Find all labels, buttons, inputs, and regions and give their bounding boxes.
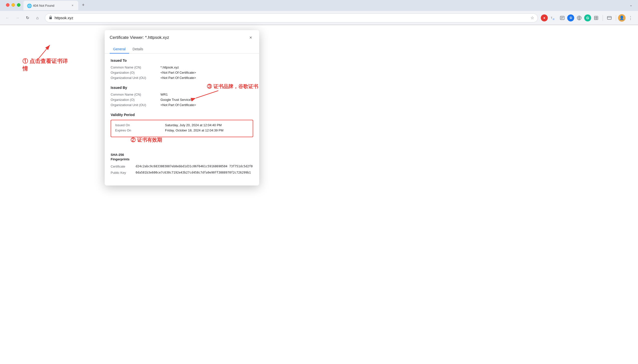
address-bar[interactable]: httpsok.xyz ☆	[45, 14, 538, 22]
window-close-button[interactable]	[6, 3, 10, 7]
pubkey-fingerprint-value: 0da581b3e600ce7c630c7192e43b27cd458c7dfa…	[136, 171, 253, 174]
issued-by-ou-value: <Not Part Of Certificate>	[160, 103, 253, 107]
svg-text:T: T	[551, 17, 552, 20]
tab-title: 404 Not Found	[33, 4, 68, 8]
issued-to-o-label: Organization (O)	[111, 71, 160, 74]
issued-to-o-value: <Not Part Of Certificate>	[160, 71, 253, 74]
tab-dropdown-button[interactable]: ⌄	[627, 1, 635, 9]
user-avatar[interactable]: 👤	[618, 14, 625, 22]
issued-to-ou-row: Organizational Unit (OU) <Not Part Of Ce…	[111, 76, 253, 80]
issued-by-o-label: Organization (O)	[111, 98, 160, 102]
issued-by-ou-row: Organizational Unit (OU) <Not Part Of Ce…	[111, 103, 253, 107]
browser-frame: 🌐 404 Not Found × + ⌄ ← → ↻ ⌂ httpsok.xy…	[0, 0, 638, 364]
cert-fingerprint-row: Certificate d24c2abc9c6833803887eb8ebbd1…	[111, 164, 253, 168]
tab-close-button[interactable]: ×	[70, 3, 75, 8]
tab-favicon-icon: 🌐	[27, 4, 31, 8]
tab-general[interactable]: General	[110, 45, 129, 54]
extension-icon[interactable]	[575, 14, 584, 22]
validity-title: Validity Period	[111, 113, 253, 117]
home-button[interactable]: ⌂	[33, 14, 42, 22]
grammarly-icon[interactable]: G	[584, 14, 591, 22]
issued-to-cn-value: *.httpsok.xyz	[160, 66, 253, 69]
forward-button[interactable]: →	[13, 14, 22, 22]
back-button[interactable]: ←	[3, 14, 12, 22]
issued-to-title: Issued To	[111, 58, 253, 62]
security-icon	[49, 16, 53, 20]
annotation-click-cert: ① 点击查看证书详情	[23, 40, 72, 66]
url-text: httpsok.xyz	[55, 16, 529, 20]
issued-by-section: Issued By Common Name (CN) WR1 Organizat…	[111, 86, 253, 107]
issued-by-ou-label: Organizational Unit (OU)	[111, 103, 160, 107]
issued-to-cn-row: Common Name (CN) *.httpsok.xyz	[111, 66, 253, 69]
dialog-close-button[interactable]: ×	[247, 34, 254, 41]
svg-rect-12	[596, 18, 598, 20]
cert-fingerprint-label: Certificate	[111, 164, 136, 168]
expires-on-label: Expires On	[115, 128, 165, 132]
toolbar-divider-2	[616, 15, 616, 21]
toolbar-right-icons: ● T 译 ①	[541, 14, 635, 22]
certificate-viewer-dialog: Certificate Viewer: *.httpsok.xyz × Gene…	[105, 30, 259, 186]
screenshot-icon[interactable]	[605, 14, 614, 22]
tab-details[interactable]: Details	[129, 45, 147, 54]
content-area: ① 点击查看证书详情 Certificate Viewer: *.httpsok…	[0, 25, 638, 364]
issued-to-ou-value: <Not Part Of Certificate>	[160, 76, 253, 80]
issued-on-label: Issued On	[115, 123, 165, 127]
dialog-body: Issued To Common Name (CN) *.httpsok.xyz…	[105, 54, 259, 186]
annotation-cert-brand: ③ 证书品牌，谷歌证书	[207, 83, 258, 90]
svg-text:译: 译	[552, 18, 554, 20]
fingerprints-section: SHA-256 Fingerprints Certificate d24c2ab…	[111, 152, 253, 174]
bookmark-icon[interactable]: ☆	[531, 16, 534, 20]
expires-on-value: Friday, October 18, 2024 at 12:04:39 PM	[165, 128, 249, 132]
toolbar: ← → ↻ ⌂ httpsok.xyz ☆ ● T 译	[0, 11, 638, 25]
svg-rect-11	[594, 18, 596, 20]
validity-section: Validity Period Issued On Saturday, July…	[111, 113, 253, 147]
issued-by-o-row: Organization (O) Google Trust Services	[111, 98, 253, 102]
window-maximize-button[interactable]	[17, 3, 21, 7]
svg-rect-9	[594, 16, 596, 18]
formfill-icon[interactable]	[558, 14, 567, 22]
cert-fingerprint-value: d24c2abc9c6833803887eb8ebbd1d31c06f6461c…	[136, 164, 253, 168]
translate-icon[interactable]: T 译	[548, 14, 557, 22]
opera-icon[interactable]: ●	[541, 14, 548, 22]
svg-rect-10	[596, 16, 598, 18]
validity-box: Issued On Saturday, July 20, 2024 at 12:…	[111, 120, 253, 137]
dialog-tabs: General Details	[105, 43, 259, 54]
onepassword-icon[interactable]: ①	[567, 14, 574, 22]
issued-to-ou-label: Organizational Unit (OU)	[111, 76, 160, 80]
issued-by-cn-label: Common Name (CN)	[111, 92, 160, 96]
annotation-validity-text: ② 证书有效期	[131, 137, 162, 144]
dialog-title: Certificate Viewer: *.httpsok.xyz	[110, 35, 169, 40]
window-controls	[3, 3, 24, 7]
sha-title-line2: Fingerprints	[111, 157, 130, 161]
svg-rect-13	[607, 16, 611, 20]
annotation-validity: ② 证书有效期	[111, 139, 253, 147]
toolbar-divider	[603, 15, 603, 21]
sha-title-line1: SHA-256	[111, 153, 124, 156]
annotation-click-cert-text: ① 点击查看证书详情	[23, 58, 72, 72]
extensions-button[interactable]	[592, 14, 601, 22]
issued-by-cn-row: Common Name (CN) WR1	[111, 92, 253, 96]
issued-on-row: Issued On Saturday, July 20, 2024 at 12:…	[115, 123, 249, 127]
active-tab[interactable]: 🌐 404 Not Found ×	[24, 1, 78, 10]
issued-to-section: Issued To Common Name (CN) *.httpsok.xyz…	[111, 58, 253, 80]
pubkey-fingerprint-row: Public Key 0da581b3e600ce7c630c7192e43b2…	[111, 171, 253, 174]
new-tab-button[interactable]: +	[79, 1, 87, 9]
pubkey-fingerprint-label: Public Key	[111, 171, 136, 174]
issued-on-value: Saturday, July 20, 2024 at 12:04:40 PM	[165, 123, 249, 127]
issued-to-o-row: Organization (O) <Not Part Of Certificat…	[111, 71, 253, 74]
svg-line-16	[37, 45, 50, 60]
svg-line-18	[196, 91, 218, 98]
dialog-header: Certificate Viewer: *.httpsok.xyz ×	[105, 30, 259, 41]
reload-button[interactable]: ↻	[23, 14, 32, 22]
expires-on-row: Expires On Friday, October 18, 2024 at 1…	[115, 128, 249, 132]
svg-rect-0	[49, 17, 52, 19]
menu-button[interactable]: ⋮	[626, 14, 635, 22]
fingerprints-title: SHA-256 Fingerprints	[111, 152, 253, 162]
issued-to-cn-label: Common Name (CN)	[111, 66, 160, 69]
window-minimize-button[interactable]	[12, 3, 15, 7]
